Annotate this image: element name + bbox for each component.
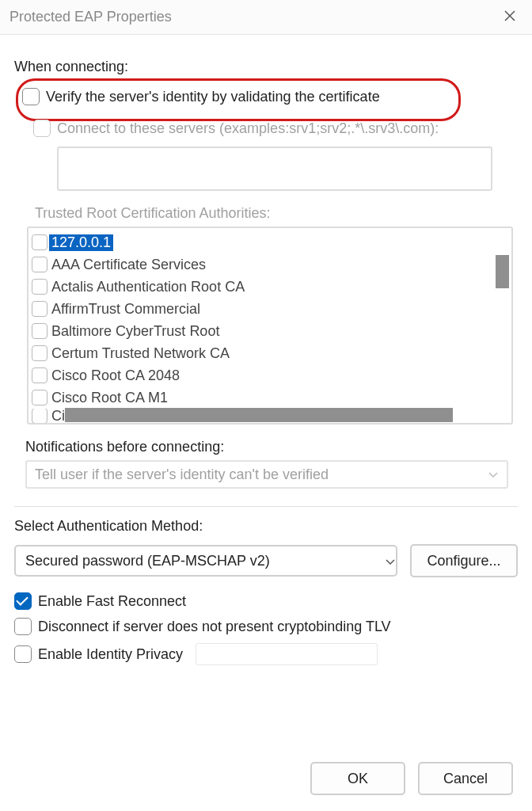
identity-privacy-row[interactable]: Enable Identity Privacy bbox=[14, 639, 518, 669]
trusted-ca-label: Trusted Root Certification Authorities: bbox=[35, 205, 518, 222]
ca-label: AAA Certificate Services bbox=[49, 257, 208, 273]
window-title: Protected EAP Properties bbox=[10, 9, 497, 25]
identity-privacy-input bbox=[196, 643, 378, 665]
verify-certificate-row[interactable]: Verify the server's identity by validati… bbox=[22, 85, 518, 109]
vertical-scrollbar[interactable] bbox=[496, 255, 509, 288]
cryptobinding-checkbox[interactable] bbox=[14, 618, 32, 635]
connect-servers-row: Connect to these servers (examples:srv1;… bbox=[33, 116, 518, 140]
ca-label: Certum Trusted Network CA bbox=[49, 345, 232, 362]
ca-label: Baltimore CyberTrust Root bbox=[49, 323, 222, 340]
auth-method-label: Select Authentication Method: bbox=[14, 518, 518, 535]
when-connecting-label: When connecting: bbox=[14, 59, 518, 75]
notifications-label: Notifications before connecting: bbox=[25, 439, 518, 455]
ca-checkbox[interactable] bbox=[32, 345, 48, 361]
fast-reconnect-label: Enable Fast Reconnect bbox=[38, 593, 186, 610]
fast-reconnect-row[interactable]: Enable Fast Reconnect bbox=[14, 588, 518, 614]
ca-row[interactable]: Actalis Authentication Root CA bbox=[30, 276, 488, 298]
ca-checkbox[interactable] bbox=[32, 257, 48, 272]
ca-row[interactable]: Cisco Root CA M1 bbox=[30, 386, 488, 409]
cryptobinding-row[interactable]: Disconnect if server does not present cr… bbox=[14, 614, 518, 639]
ca-label: Cisco Root CA 2048 bbox=[49, 367, 182, 384]
configure-button[interactable]: Configure... bbox=[410, 544, 518, 577]
ca-row[interactable]: Cisco Root CA 2048 bbox=[30, 364, 488, 386]
ca-checkbox[interactable] bbox=[32, 279, 48, 295]
trusted-ca-listbox: 127.0.0.1 AAA Certificate Services Actal… bbox=[27, 227, 513, 425]
auth-method-value: Secured password (EAP-MSCHAP v2) bbox=[25, 553, 270, 569]
ca-row[interactable]: AAA Certificate Services bbox=[30, 253, 488, 276]
ca-label: Cisco Root CA M1 bbox=[49, 390, 170, 406]
cryptobinding-label: Disconnect if server does not present cr… bbox=[38, 619, 391, 635]
ca-checkbox[interactable] bbox=[32, 323, 48, 339]
close-icon[interactable] bbox=[497, 5, 522, 29]
notifications-value: Tell user if the server's identity can't… bbox=[35, 466, 329, 483]
ca-row[interactable]: 127.0.0.1 bbox=[30, 231, 488, 253]
fast-reconnect-checkbox[interactable] bbox=[14, 592, 32, 610]
ca-checkbox[interactable] bbox=[32, 301, 48, 317]
verify-certificate-label: Verify the server's identity by validati… bbox=[46, 89, 380, 105]
ca-checkbox[interactable] bbox=[32, 390, 48, 406]
ca-checkbox[interactable] bbox=[32, 234, 48, 250]
ca-label: 127.0.0.1 bbox=[49, 234, 113, 251]
ca-row[interactable]: AffirmTrust Commercial bbox=[30, 298, 488, 320]
chevron-down-icon bbox=[488, 471, 497, 478]
ca-checkbox[interactable] bbox=[32, 367, 48, 383]
identity-privacy-label: Enable Identity Privacy bbox=[38, 646, 183, 663]
servers-input bbox=[57, 147, 492, 191]
identity-privacy-checkbox[interactable] bbox=[14, 645, 32, 663]
auth-method-select[interactable]: Secured password (EAP-MSCHAP v2) bbox=[14, 545, 397, 577]
ca-row[interactable]: Certum Trusted Network CA bbox=[30, 342, 488, 364]
verify-highlight-annotation: Verify the server's identity by validati… bbox=[22, 85, 518, 109]
ca-checkbox[interactable] bbox=[32, 409, 48, 423]
ca-label: Actalis Authentication Root CA bbox=[49, 279, 247, 295]
connect-servers-label: Connect to these servers (examples:srv1;… bbox=[57, 120, 439, 137]
ca-row[interactable]: Baltimore CyberTrust Root bbox=[30, 320, 488, 342]
connect-servers-checkbox bbox=[33, 120, 51, 137]
ca-label: AffirmTrust Commercial bbox=[49, 301, 203, 318]
verify-certificate-checkbox[interactable] bbox=[22, 88, 40, 105]
divider bbox=[14, 506, 518, 507]
horizontal-scrollbar[interactable] bbox=[65, 408, 453, 422]
ok-button[interactable]: OK bbox=[310, 762, 405, 795]
notifications-select: Tell user if the server's identity can't… bbox=[25, 460, 508, 489]
cancel-button[interactable]: Cancel bbox=[418, 762, 513, 795]
title-bar: Protected EAP Properties bbox=[0, 0, 532, 35]
